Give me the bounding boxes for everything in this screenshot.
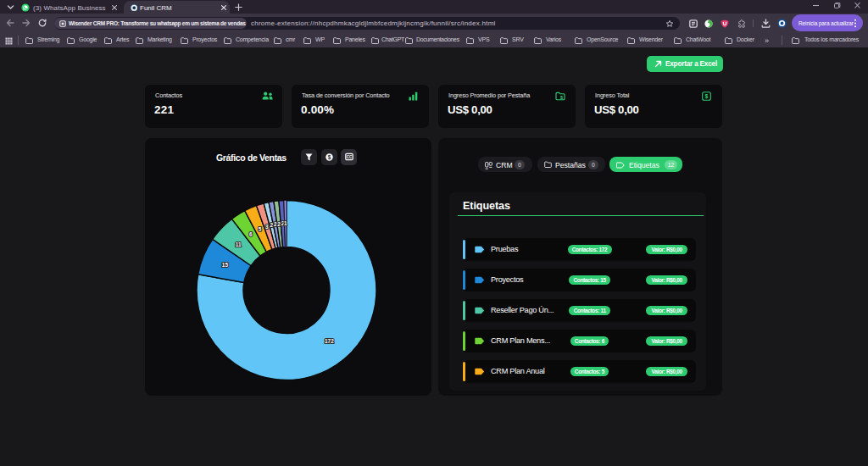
svg-text:$: $ [560,95,563,100]
svg-text:5: 5 [259,226,262,232]
svg-text:2: 2 [277,221,281,227]
svg-text:6: 6 [249,231,253,237]
svg-text:11: 11 [236,241,242,247]
svg-text:2: 2 [270,222,274,228]
svg-text:$: $ [705,93,709,100]
svg-text:2: 2 [274,221,277,227]
svg-text:1: 1 [284,220,287,226]
svg-text:172: 172 [325,338,334,344]
svg-text:15: 15 [222,262,229,268]
svg-text:3: 3 [265,224,269,230]
